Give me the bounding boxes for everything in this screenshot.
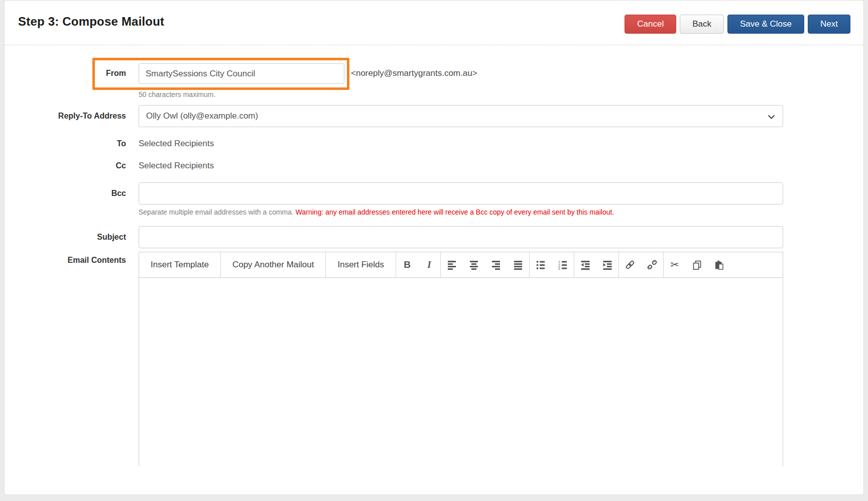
from-hint: 50 characters maximum.: [139, 90, 215, 99]
unlink-icon: [647, 259, 658, 270]
cancel-button[interactable]: Cancel: [625, 15, 676, 34]
reply-to-label: Reply-To Address: [5, 111, 126, 122]
bcc-hint-text: Separate multiple email addresses with a…: [139, 208, 296, 216]
paste-button[interactable]: [708, 252, 730, 277]
link-icon: [625, 259, 636, 270]
svg-text:3: 3: [558, 267, 560, 270]
copy-another-mailout-button[interactable]: Copy Another Mailout: [221, 252, 326, 277]
from-input[interactable]: [139, 63, 344, 84]
content-card: Step 3: Compose Mailout Cancel Back Save…: [4, 0, 864, 495]
insert-template-button[interactable]: Insert Template: [139, 252, 220, 277]
bcc-label: Bcc: [5, 188, 126, 199]
align-left-icon: [447, 260, 457, 270]
insert-fields-button[interactable]: Insert Fields: [326, 252, 396, 277]
align-center-button[interactable]: [463, 252, 485, 277]
reply-to-selected-option: Olly Owl (olly@example.com): [146, 111, 258, 121]
align-right-icon: [491, 260, 501, 270]
italic-button[interactable]: I: [418, 252, 440, 277]
cut-button[interactable]: ✂: [664, 252, 686, 277]
email-contents-editor: Insert Template Copy Another Mailout Ins…: [139, 252, 783, 466]
bcc-hint: Separate multiple email addresses with a…: [139, 208, 614, 217]
cut-icon: ✂: [670, 260, 679, 270]
align-center-icon: [469, 260, 479, 270]
bullet-list-button[interactable]: [530, 252, 552, 277]
unlink-button[interactable]: [641, 252, 663, 277]
reply-to-select[interactable]: Olly Owl (olly@example.com): [139, 105, 783, 127]
align-right-button[interactable]: [485, 252, 507, 277]
align-left-button[interactable]: [441, 252, 463, 277]
cc-label: Cc: [5, 160, 126, 171]
bold-button[interactable]: B: [396, 252, 418, 277]
paste-icon: [714, 260, 724, 270]
from-label: From: [5, 68, 126, 79]
page-header: Step 3: Compose Mailout Cancel Back Save…: [5, 1, 863, 45]
email-contents-body[interactable]: [139, 278, 783, 467]
numbered-list-icon: 123: [558, 260, 568, 270]
compose-mailout-page: { "header": { "title": "Step 3: Compose …: [0, 0, 868, 501]
copy-icon: [692, 260, 702, 270]
page-title: Step 3: Compose Mailout: [18, 15, 164, 29]
email-contents-label: Email Contents: [5, 255, 126, 266]
save-and-close-button[interactable]: Save & Close: [727, 15, 804, 34]
header-actions: Cancel Back Save & Close Next: [625, 15, 850, 34]
italic-icon: I: [427, 259, 431, 270]
to-label: To: [5, 138, 126, 149]
justify-button[interactable]: [507, 252, 529, 277]
indent-icon: [602, 260, 612, 270]
bcc-warning-text: Warning: any email addresses entered her…: [296, 208, 614, 216]
back-button[interactable]: Back: [680, 15, 724, 34]
outdent-icon: [580, 260, 590, 270]
from-email-suffix: <noreply@smartygrants.com.au>: [351, 68, 477, 79]
outdent-button[interactable]: [574, 252, 596, 277]
indent-button[interactable]: [596, 252, 618, 277]
editor-toolbar: Insert Template Copy Another Mailout Ins…: [139, 252, 783, 278]
justify-icon: [513, 260, 523, 270]
next-button[interactable]: Next: [808, 15, 850, 34]
copy-button[interactable]: [686, 252, 708, 277]
link-button[interactable]: [619, 252, 641, 277]
subject-label: Subject: [5, 232, 126, 243]
bold-icon: B: [404, 259, 411, 270]
chevron-down-icon: [768, 115, 775, 120]
to-value: Selected Recipients: [139, 138, 214, 149]
subject-input[interactable]: [139, 226, 783, 248]
numbered-list-button[interactable]: 123: [552, 252, 574, 277]
cc-value: Selected Recipients: [139, 160, 214, 171]
bullet-list-icon: [536, 260, 546, 270]
bcc-input[interactable]: [139, 182, 783, 205]
